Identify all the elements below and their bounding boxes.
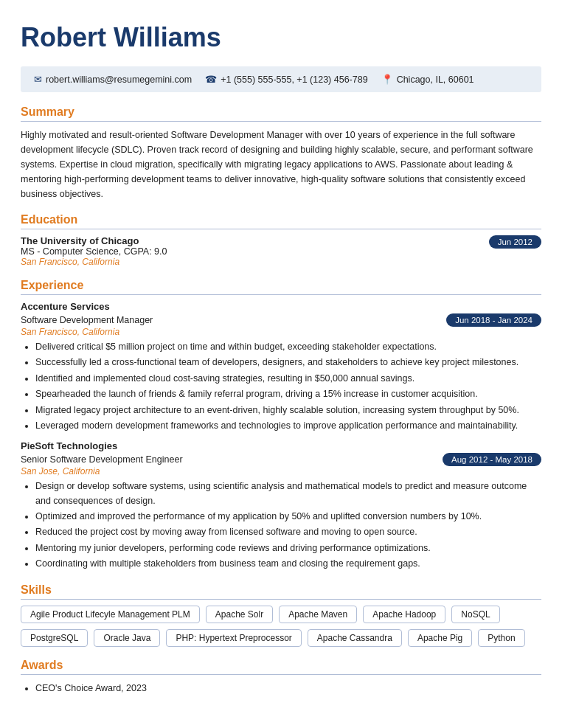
phone-value: +1 (555) 555-555, +1 (123) 456-789 — [221, 74, 367, 85]
skills-section: Skills Agile Product Lifecyle Management… — [21, 583, 541, 647]
education-item: The University of Chicago MS - Computer … — [21, 235, 541, 267]
location-icon: 📍 — [381, 74, 393, 85]
skill-tag-2: Apache Maven — [279, 606, 357, 623]
email-icon: ✉ — [34, 74, 42, 85]
experience-title: Experience — [21, 279, 541, 295]
degree-value: MS - Computer Science, CGPA: 9.0 — [21, 246, 167, 257]
exp-date-1: Aug 2012 - May 2018 — [443, 453, 541, 466]
experience-item-0: Accenture Services Software Development … — [21, 301, 541, 433]
bullet-item: Successfully led a cross-functional team… — [35, 356, 541, 370]
awards-title: Awards — [21, 659, 541, 675]
edu-date-badge: Jun 2012 — [489, 235, 541, 249]
exp-location-1: San Jose, California — [21, 466, 541, 476]
institution-name: The University of Chicago — [21, 235, 167, 246]
bullet-item: Spearheaded the launch of friends & fami… — [35, 387, 541, 401]
email-contact: ✉ robert.williams@resumegemini.com — [34, 74, 192, 85]
location-value: Chicago, IL, 60601 — [397, 74, 474, 85]
skill-tag-4: NoSQL — [451, 606, 499, 623]
resume-name: Robert Williams — [21, 22, 541, 53]
award-item-0: CEO's Choice Award, 2023 — [35, 681, 541, 696]
company-name-1: PieSoft Technologies — [21, 440, 541, 451]
skill-tag-10: Python — [478, 629, 524, 647]
phone-icon: ☎ — [205, 74, 217, 85]
location-contact: 📍 Chicago, IL, 60601 — [381, 74, 474, 85]
exp-title-0: Software Development Manager — [21, 315, 153, 325]
exp-location-0: San Francisco, California — [21, 327, 541, 337]
skill-tag-3: Apache Hadoop — [363, 606, 445, 623]
bullet-item: Optimized and improved the performance o… — [35, 510, 541, 524]
bullet-item: Reduced the project cost by moving away … — [35, 525, 541, 539]
exp-title-1: Senior Software Development Engineer — [21, 454, 183, 465]
exp-header-0: Software Development Manager Jun 2018 - … — [21, 313, 541, 327]
bullet-item: Mentoring my junior developers, performi… — [35, 541, 541, 555]
company-name-0: Accenture Services — [21, 301, 541, 312]
exp-date-0: Jun 2018 - Jan 2024 — [446, 313, 541, 327]
skill-tag-9: Apache Pig — [408, 629, 472, 647]
bullet-item: Migrated legacy project architecture to … — [35, 403, 541, 417]
exp-bullets-0: Delivered critical $5 million project on… — [35, 340, 541, 433]
awards-list: CEO's Choice Award, 2023 — [35, 681, 541, 696]
summary-title: Summary — [21, 105, 541, 122]
education-details: The University of Chicago MS - Computer … — [21, 235, 167, 267]
skill-tag-1: Apache Solr — [206, 606, 273, 623]
exp-bullets-1: Design or develop software systems, usin… — [35, 479, 541, 571]
bullet-item: Design or develop software systems, usin… — [35, 479, 541, 508]
bullet-item: Coordinating with multiple stakeholders … — [35, 557, 541, 571]
skill-tag-7: PHP: Hypertext Preprocessor — [166, 629, 301, 647]
skill-tag-0: Agile Product Lifecyle Management PLM — [21, 606, 200, 623]
experience-item-1: PieSoft Technologies Senior Software Dev… — [21, 440, 541, 571]
education-title: Education — [21, 213, 541, 229]
bullet-item: Leveraged modern development frameworks … — [35, 419, 541, 433]
summary-section: Summary Highly motivated and result-orie… — [21, 105, 541, 201]
skills-list: Agile Product Lifecyle Management PLM Ap… — [21, 606, 541, 647]
exp-header-1: Senior Software Development Engineer Aug… — [21, 453, 541, 466]
summary-text: Highly motivated and result-oriented Sof… — [21, 128, 541, 201]
edu-location: San Francisco, California — [21, 257, 167, 267]
skills-title: Skills — [21, 583, 541, 600]
bullet-item: Delivered critical $5 million project on… — [35, 340, 541, 354]
phone-contact: ☎ +1 (555) 555-555, +1 (123) 456-789 — [205, 74, 367, 85]
bullet-item: Identified and implemented cloud cost-sa… — [35, 372, 541, 386]
awards-section: Awards CEO's Choice Award, 2023 — [21, 659, 541, 696]
education-section: Education The University of Chicago MS -… — [21, 213, 541, 267]
skill-tag-8: Apache Cassandra — [308, 629, 402, 647]
experience-section: Experience Accenture Services Software D… — [21, 279, 541, 572]
email-value: robert.williams@resumegemini.com — [46, 74, 192, 85]
contact-bar: ✉ robert.williams@resumegemini.com ☎ +1 … — [21, 66, 541, 92]
skill-tag-5: PostgreSQL — [21, 629, 88, 647]
skill-tag-6: Oracle Java — [94, 629, 160, 647]
